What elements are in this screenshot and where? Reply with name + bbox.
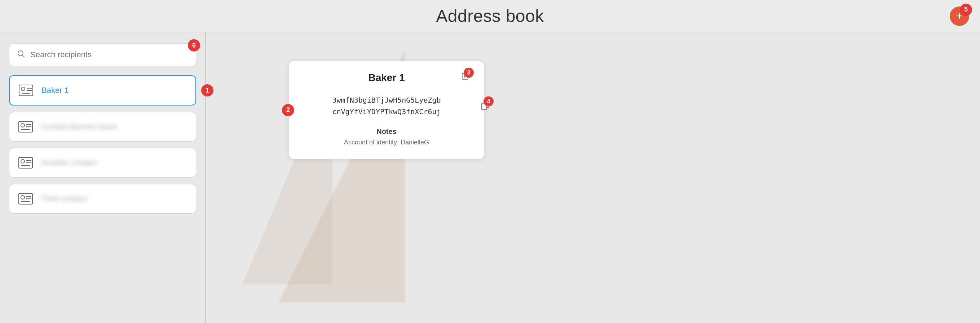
- search-input[interactable]: [30, 50, 189, 59]
- svg-point-13: [21, 160, 24, 163]
- address-line2: cnVgYfViYDYPTkwQ3fnXCr6uj: [332, 107, 441, 116]
- contact-detail-card: 2 Baker 1 3 3wmfN3bgiBTjJwH5nG5LyeZgb cn…: [289, 61, 484, 159]
- contact-card-icon: [17, 83, 35, 98]
- contact-item-2[interactable]: Contact blurred name: [9, 112, 196, 141]
- badge-2: 2: [282, 104, 294, 116]
- detail-card-header: Baker 1 3: [304, 72, 469, 84]
- contact-name-2: Contact blurred name: [41, 122, 118, 131]
- contact-card-icon-3: [17, 155, 35, 170]
- badge-5: 5: [960, 3, 972, 16]
- badge-3: 3: [464, 68, 474, 78]
- contacts-list: Baker 1 1 Contact blurred name: [9, 75, 196, 214]
- notes-section: Notes Account of identity: DanielleG: [304, 127, 469, 146]
- contact-name-4: Third contact: [41, 194, 87, 203]
- svg-point-3: [21, 87, 25, 91]
- contact-item-4[interactable]: Third contact: [9, 184, 196, 214]
- notes-label: Notes: [304, 127, 469, 136]
- contacts-sidebar: 6 Baker 1 1: [0, 32, 205, 323]
- notes-value: Account of identity: DanielleG: [304, 139, 469, 146]
- svg-line-1: [23, 55, 25, 58]
- svg-point-0: [18, 51, 23, 56]
- svg-point-8: [21, 124, 24, 127]
- contact-name-3: Another contact: [41, 158, 97, 168]
- contact-name-baker1: Baker 1: [41, 86, 69, 95]
- contact-item-3[interactable]: Another contact: [9, 148, 196, 177]
- add-contact-button[interactable]: + 5: [950, 6, 969, 26]
- search-container: 6: [9, 43, 196, 66]
- address-line1: 3wmfN3bgiBTjJwH5nG5LyeZgb: [332, 96, 441, 104]
- main-layout: 6 Baker 1 1: [0, 32, 980, 323]
- contact-item-baker1[interactable]: Baker 1 1: [9, 75, 196, 106]
- page-title: Address book: [436, 6, 544, 26]
- badge-4: 4: [484, 97, 493, 106]
- detail-area: 2 Baker 1 3 3wmfN3bgiBTjJwH5nG5LyeZgb cn…: [206, 32, 980, 323]
- contact-card-icon-4: [17, 192, 35, 206]
- contact-card-icon-2: [17, 120, 35, 134]
- edit-contact-button[interactable]: 3: [461, 72, 469, 82]
- svg-point-18: [21, 196, 24, 199]
- detail-name: Baker 1: [368, 72, 404, 84]
- address-wrapper: 3wmfN3bgiBTjJwH5nG5LyeZgb cnVgYfViYDYPTk…: [304, 94, 469, 117]
- address-text: 3wmfN3bgiBTjJwH5nG5LyeZgb cnVgYfViYDYPTk…: [304, 94, 469, 117]
- header: Address book + 5: [0, 0, 980, 32]
- copy-address-button[interactable]: 4: [481, 101, 489, 111]
- badge-6: 6: [188, 39, 200, 52]
- search-icon: [17, 49, 25, 60]
